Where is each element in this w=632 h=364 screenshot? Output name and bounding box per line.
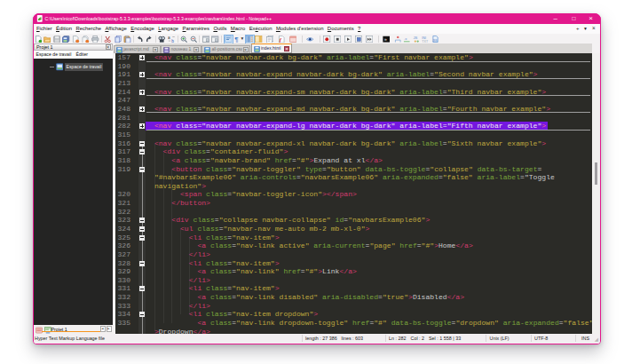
svg-text:¶: ¶: [234, 36, 239, 43]
svg-text:JSN: JSN: [432, 38, 437, 42]
svg-text:b: b: [171, 39, 174, 43]
svg-text:TXT: TXT: [422, 40, 429, 43]
svg-text:.x: .x: [404, 36, 407, 40]
svg-text:»: »: [383, 37, 386, 43]
svg-text:JS: JS: [413, 36, 417, 40]
svg-text:a: a: [168, 36, 170, 40]
